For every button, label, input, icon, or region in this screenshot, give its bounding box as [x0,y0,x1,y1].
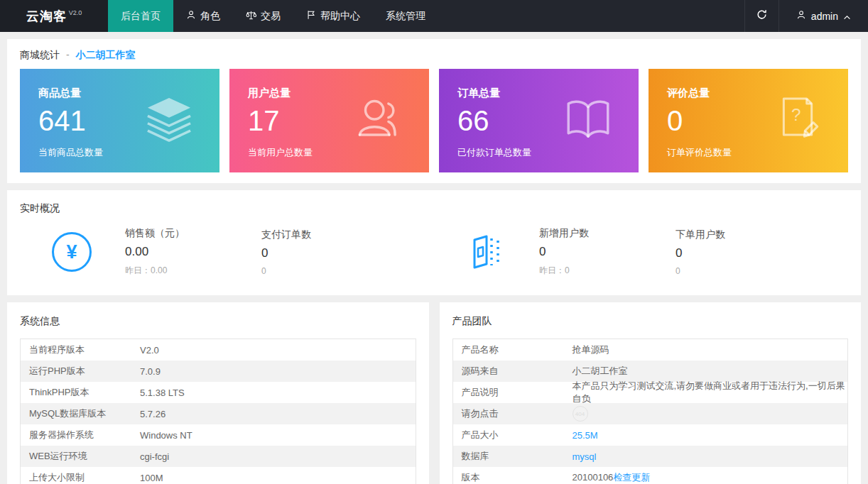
row-label: 源码来自 [453,365,573,378]
nav-item-help-center[interactable]: 帮助中心 [293,0,373,32]
stat-card-products: 商品总量 641 当前商品总数量 [20,69,219,172]
bottom-section: 系统信息 当前程序版本 V2.0 运行PHP版本 7.0.9 ThinkPHP版… [7,302,861,484]
stat-label: 新增用户数 [539,227,676,240]
paid-orders-stat: 支付订单数 0 0 [261,229,398,276]
row-label: WEB运行环境 [21,450,140,463]
new-users-stat: 新增用户数 0 昨日：0 [539,227,676,277]
row-label: 当前程序版本 [21,343,140,356]
row-value: 404 [573,406,848,422]
row-label: 运行PHP版本 [21,365,140,378]
system-info-table: 当前程序版本 V2.0 运行PHP版本 7.0.9 ThinkPHP版本 5.1… [20,339,416,484]
shop-stats-title: 商城统计 - 小二胡工作室 [20,49,848,62]
stat-label: 下单用户数 [676,229,812,241]
stat-sub: 0 [261,266,398,276]
layers-icon [143,93,195,148]
table-row: 版本 20100106检查更新 [453,467,848,484]
shop-stats-panel: 商城统计 - 小二胡工作室 商品总量 641 当前商品总数量 用户总量 17 当… [7,39,861,183]
realtime-users-group: 新增用户数 0 昨日：0 下单用户数 0 0 [434,227,848,277]
table-row: 请勿点击 404 [453,403,848,424]
ordering-users-stat: 下单用户数 0 0 [676,229,812,276]
row-value: V2.0 [140,345,416,356]
nav-item-label: 角色 [200,10,220,23]
row-label: 产品名称 [453,343,573,356]
table-row: 产品说明 本产品只为学习测试交流,请勿要做商业或者用于违法行为,一切后果自负 [453,382,848,403]
nav-item-roles[interactable]: 角色 [173,0,233,32]
stat-value: 0 [261,246,398,260]
row-value: 7.0.9 [140,366,416,377]
row-value: 5.7.26 [140,409,416,419]
row-label: 上传大小限制 [21,471,140,484]
404-badge[interactable]: 404 [573,406,588,422]
table-row: 产品名称 抢单源码 [453,339,848,361]
table-row: ThinkPHP版本 5.1.38 LTS [21,382,416,403]
book-icon [562,93,614,148]
table-row: 上传大小限制 100M [21,467,416,484]
svg-text:?: ? [791,105,801,124]
chevron-up-icon [843,11,851,22]
main-nav: 后台首页 角色 交易 帮助中心 系统管理 [108,0,744,32]
sales-stat: 销售额（元） 0.00 昨日：0.00 [125,227,261,277]
row-value: mysql [573,451,848,462]
table-row: 产品大小 25.5M [453,424,848,446]
table-row: WEB运行环境 cgi-fcgi [21,446,416,467]
stat-value: 0 [539,245,676,259]
refresh-icon [756,9,768,23]
row-value: 25.5M [573,430,848,441]
app-name: 云淘客 [26,8,67,25]
refresh-button[interactable] [744,0,779,32]
stat-value: 0.00 [125,245,261,259]
review-icon: ? [771,93,824,148]
title-dash: - [66,49,70,60]
yen-icon: ¥ [51,232,92,272]
product-team-title: 产品团队 [452,315,849,328]
row-value: Windows NT [140,430,416,441]
row-value: 20100106检查更新 [573,471,848,484]
row-label: 数据库 [453,450,573,463]
table-row: 运行PHP版本 7.0.9 [21,361,416,382]
system-info-card: 系统信息 当前程序版本 V2.0 运行PHP版本 7.0.9 ThinkPHP版… [7,302,429,484]
person-icon [186,10,196,22]
row-value: 抢单源码 [573,343,848,356]
user-menu[interactable]: admin [779,0,868,32]
users-icon [352,93,405,148]
nav-item-label: 后台首页 [121,10,161,23]
row-value: 100M [140,473,416,483]
database-link[interactable]: mysql [573,451,597,462]
row-label: ThinkPHP版本 [21,386,140,399]
nav-item-system-admin[interactable]: 系统管理 [373,0,438,32]
row-label: 产品大小 [453,429,573,441]
row-value: 小二胡工作室 [573,365,848,378]
table-row: 数据库 mysql [453,446,848,467]
stat-value: 0 [676,246,812,260]
stat-card-reviews: 评价总量 0 订单评价总数量 ? [649,69,848,172]
app-logo: 云淘客 V2.0 [0,0,108,32]
studio-link[interactable]: 小二胡工作室 [75,49,135,60]
row-value: 5.1.38 LTS [140,387,416,398]
stat-cards-row: 商品总量 641 当前商品总数量 用户总量 17 当前用户总数量 订 [20,69,848,172]
nav-item-label: 系统管理 [386,10,425,23]
table-row: 服务器操作系统 Windows NT [21,424,416,446]
row-label: MySQL数据库版本 [21,407,140,420]
realtime-panel: 实时概况 ¥ 销售额（元） 0.00 昨日：0.00 支付订单数 0 0 [7,190,861,295]
product-team-card: 产品团队 产品名称 抢单源码 源码来自 小二胡工作室 产品说明 本产品只为学习测… [440,302,862,484]
navbar-right: admin [744,0,868,32]
table-row: 当前程序版本 V2.0 [21,339,416,361]
product-team-table: 产品名称 抢单源码 源码来自 小二胡工作室 产品说明 本产品只为学习测试交流,请… [452,339,849,484]
table-row: 源码来自 小二胡工作室 [453,361,848,382]
check-update-link[interactable]: 检查更新 [613,472,650,483]
building-icon [465,232,506,272]
stat-label: 销售额（元） [125,227,261,240]
row-label: 请勿点击 [453,407,573,420]
nav-item-dashboard[interactable]: 后台首页 [108,0,173,32]
stat-label: 支付订单数 [261,229,398,241]
product-size-link[interactable]: 25.5M [573,430,598,441]
app-version: V2.0 [69,9,82,16]
system-info-title: 系统信息 [20,315,416,328]
version-number: 20100106 [573,472,614,483]
realtime-title: 实时概况 [20,202,848,215]
scale-icon [246,10,256,23]
user-icon [796,10,806,22]
stat-sub: 昨日：0 [539,265,676,277]
nav-item-trade[interactable]: 交易 [233,0,293,32]
top-navbar: 云淘客 V2.0 后台首页 角色 交易 帮助中心 系统管理 [0,0,868,32]
